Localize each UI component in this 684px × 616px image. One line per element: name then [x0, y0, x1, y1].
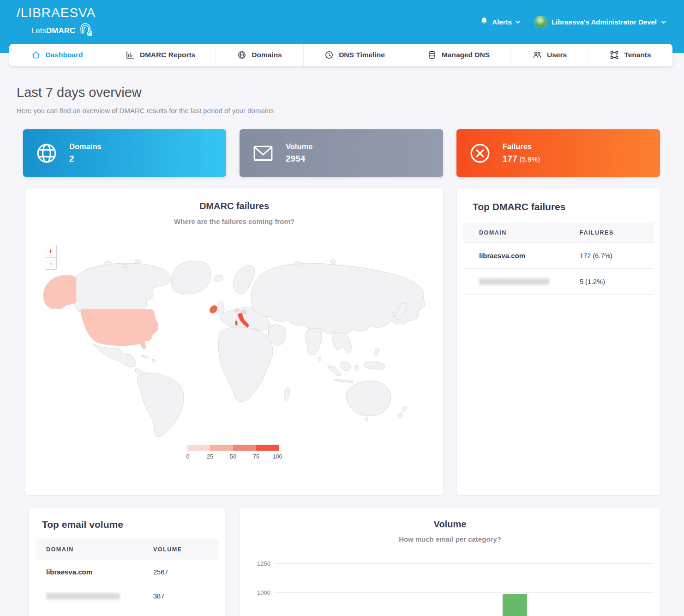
column-header-volume: VOLUME [153, 546, 182, 553]
gridline [275, 592, 653, 593]
tab-managed-dns[interactable]: Managed DNS [406, 44, 511, 66]
table-header-row: DOMAIN VOLUME [36, 539, 218, 560]
country-iceland [214, 275, 223, 281]
world-choropleth-map[interactable] [36, 258, 433, 438]
stat-card-failures[interactable]: Failures 177(5.9%) [456, 129, 660, 177]
avatar [534, 16, 547, 28]
chevron-down-icon [516, 19, 520, 24]
island-tasmania [365, 417, 368, 421]
gridline [275, 563, 653, 564]
stat-extra: (5.9%) [520, 155, 540, 163]
country-ireland [210, 305, 217, 313]
legend-gradient-bar [187, 445, 279, 451]
island-sumatra [328, 366, 341, 376]
page-title: Last 7 days overview [17, 85, 142, 100]
letsdmarc-dashboard: /LIBRAESVA LetsDMARC [0, 0, 684, 616]
country-india [306, 328, 322, 355]
failures-cell: 172 (6.7%) [580, 252, 612, 260]
top-volume-table: DOMAIN VOLUME libraesva.com 2567 387 [36, 539, 218, 608]
map-color-legend: 0 25 50 75 100 [187, 445, 279, 461]
zoom-in-button[interactable]: + [45, 245, 56, 257]
map-zoom-controls: + - [45, 245, 57, 270]
country-uk [217, 302, 224, 315]
country-australia [346, 381, 391, 416]
tab-label: Dashboard [46, 51, 83, 59]
tab-label: Managed DNS [442, 51, 490, 59]
libraesva-logo[interactable]: /LIBRAESVA LetsDMARC [17, 6, 96, 36]
philippines [374, 348, 379, 356]
column-header-failures: FAILURES [580, 229, 614, 236]
domain-cell-redacted [463, 278, 580, 285]
legend-tick: 0 [186, 453, 190, 460]
island-borneo [340, 362, 351, 371]
korea [392, 312, 395, 317]
tab-users[interactable]: Users [511, 44, 588, 66]
stat-value: 2 [69, 154, 102, 164]
stat-label: Failures [503, 142, 540, 151]
chevron-down-icon [661, 19, 666, 24]
alerts-menu[interactable]: Alerts [480, 17, 519, 27]
main-navbar: Dashboard DMARC Reports Domains [9, 44, 672, 66]
tab-dashboard[interactable]: Dashboard [9, 44, 105, 66]
tab-dns-timeline[interactable]: DNS Timeline [304, 44, 406, 66]
failures-cell: 5 (1.2%) [580, 278, 605, 285]
volume-chart-title: Volume [240, 519, 660, 530]
tab-tenants[interactable]: Tenants [588, 44, 672, 66]
logo-dmarc-text: DMARC [46, 26, 75, 35]
column-header-domain: DOMAIN [463, 229, 580, 236]
y-axis-tick: 1000 [253, 589, 270, 596]
user-menu[interactable]: Libraesva's Administrator Devel [534, 16, 665, 28]
volume-cell: 387 [153, 592, 164, 600]
asia [251, 263, 425, 334]
island-hispaniola [152, 359, 156, 362]
stat-label: Volume [286, 142, 312, 151]
africa [218, 327, 273, 402]
zoom-out-button[interactable]: - [45, 257, 56, 269]
stat-value: 2954 [286, 154, 312, 164]
top-email-volume-card: Top email volume DOMAIN VOLUME libraesva… [29, 508, 225, 616]
island-sulawesi [355, 365, 359, 370]
island-java [335, 379, 353, 383]
x-circle-icon [469, 142, 491, 164]
country-greenland [171, 261, 210, 294]
bar-chart-icon [126, 50, 135, 60]
island-srilanka [318, 357, 321, 361]
volume-chart-card: Volume How much email per category? 1250… [240, 508, 660, 616]
fingerprint-icon [78, 21, 93, 39]
volume-bar[interactable] [503, 594, 527, 616]
envelope-icon [252, 142, 274, 164]
nz-north-island [403, 406, 407, 411]
table-row: libraesva.com 2567 [36, 560, 218, 584]
stat-card-volume[interactable]: Volume 2954 [240, 129, 443, 177]
volume-cell: 2567 [153, 568, 168, 576]
tab-label: Domains [252, 51, 282, 59]
legend-tick: 100 [273, 453, 282, 460]
top-volume-title: Top email volume [42, 519, 225, 530]
table-row: 5 (1.2%) [463, 269, 654, 295]
country-netherlands [235, 308, 239, 312]
dmarc-failures-map-card: DMARC failures Where are the failures co… [25, 188, 443, 495]
tab-domains[interactable]: Domains [216, 44, 304, 66]
table-header-row: DOMAIN FAILURES [463, 223, 654, 243]
y-axis-tick: 1250 [253, 560, 270, 567]
user-name: Libraesva's Administrator Devel [552, 18, 657, 26]
database-icon [427, 50, 437, 60]
indochina [332, 332, 351, 353]
country-usa [81, 309, 158, 349]
country-mexico [92, 344, 136, 367]
libraesva-wordmark: /LIBRAESVA [17, 6, 96, 20]
alerts-label: Alerts [492, 18, 512, 26]
island-newguinea [364, 362, 385, 369]
country-cuba [141, 355, 149, 358]
domain-cell: libraesva.com [463, 252, 580, 260]
domain-cell: libraesva.com [36, 568, 153, 576]
users-icon [533, 50, 542, 60]
arabian-peninsula [268, 325, 286, 346]
top-failures-title: Top DMARC failures [473, 201, 660, 212]
arctic-island [330, 260, 336, 264]
stat-card-domains[interactable]: Domains 2 [23, 129, 226, 177]
stat-value: 177(5.9%) [503, 154, 540, 164]
tab-dmarc-reports[interactable]: DMARC Reports [105, 44, 216, 66]
legend-tick: 75 [253, 453, 259, 460]
logo-lets-text: Lets [31, 26, 46, 35]
